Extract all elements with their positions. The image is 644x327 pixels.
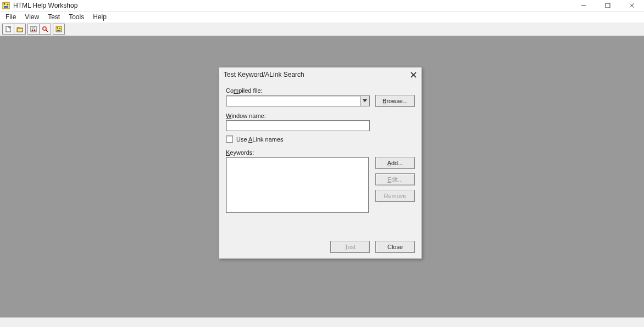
window-controls bbox=[571, 0, 644, 11]
browse-button[interactable]: Browse... bbox=[375, 95, 415, 107]
remove-button[interactable]: Remove bbox=[375, 190, 415, 202]
compile-button[interactable] bbox=[27, 24, 40, 35]
close-button[interactable] bbox=[620, 0, 644, 11]
close-button-dialog[interactable]: Close bbox=[375, 241, 415, 253]
menu-test[interactable]: Test bbox=[43, 12, 64, 22]
window-name-label: Window name: bbox=[226, 112, 415, 119]
svg-point-19 bbox=[59, 28, 60, 29]
toolbar bbox=[0, 22, 644, 36]
open-file-button[interactable] bbox=[14, 24, 26, 35]
html-help-button[interactable] bbox=[53, 24, 65, 35]
svg-rect-10 bbox=[31, 26, 36, 32]
chevron-down-icon bbox=[363, 99, 367, 103]
svg-rect-0 bbox=[3, 2, 9, 9]
menu-help[interactable]: Help bbox=[88, 12, 111, 22]
svg-point-12 bbox=[34, 30, 36, 31]
app-icon bbox=[2, 2, 10, 9]
svg-rect-20 bbox=[57, 30, 60, 31]
add-button[interactable]: Add... bbox=[375, 157, 415, 169]
svg-point-18 bbox=[57, 27, 58, 29]
svg-rect-3 bbox=[4, 6, 8, 8]
compiled-file-dropdown-button[interactable] bbox=[360, 96, 369, 106]
test-keyword-alink-dialog: Test Keyword/ALink Search Compiled file:… bbox=[219, 67, 422, 259]
new-file-button[interactable] bbox=[2, 24, 14, 35]
window-name-input[interactable] bbox=[226, 120, 370, 131]
menu-tools[interactable]: Tools bbox=[64, 12, 88, 22]
compiled-file-combo[interactable] bbox=[226, 95, 370, 106]
keywords-listbox[interactable] bbox=[226, 157, 369, 213]
dialog-close-button[interactable] bbox=[408, 70, 418, 80]
keywords-label: Keywords: bbox=[226, 149, 415, 156]
compiled-file-label: Compiled file: bbox=[226, 87, 415, 94]
svg-point-1 bbox=[4, 3, 5, 5]
svg-rect-5 bbox=[606, 3, 610, 8]
statusbar bbox=[0, 317, 644, 327]
use-alink-checkbox[interactable] bbox=[226, 136, 233, 143]
maximize-button[interactable] bbox=[596, 0, 620, 11]
edit-button[interactable]: Edit... bbox=[375, 173, 415, 185]
svg-marker-23 bbox=[363, 99, 367, 102]
svg-line-15 bbox=[46, 30, 48, 32]
titlebar: HTML Help Workshop bbox=[0, 0, 644, 11]
svg-point-16 bbox=[46, 27, 47, 28]
dialog-title: Test Keyword/ALink Search bbox=[224, 71, 304, 78]
svg-point-2 bbox=[7, 4, 9, 5]
svg-point-11 bbox=[32, 30, 34, 31]
app-title: HTML Help Workshop bbox=[13, 2, 77, 9]
test-button[interactable]: Test bbox=[330, 241, 370, 253]
minimize-button[interactable] bbox=[571, 0, 596, 11]
menu-file[interactable]: File bbox=[1, 12, 20, 22]
menubar: File View Test Tools Help bbox=[0, 11, 644, 22]
dialog-titlebar: Test Keyword/ALink Search bbox=[219, 67, 421, 82]
use-alink-label: Use ALink names bbox=[236, 136, 284, 143]
menu-view[interactable]: View bbox=[20, 12, 43, 22]
view-compiled-button[interactable] bbox=[39, 24, 51, 35]
compiled-file-input[interactable] bbox=[226, 96, 360, 106]
